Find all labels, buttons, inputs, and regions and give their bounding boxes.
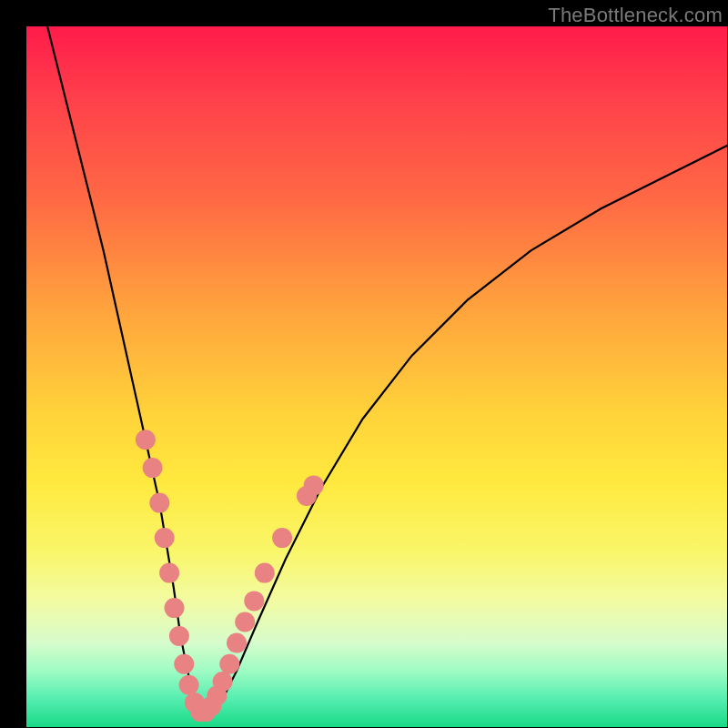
highlight-dot (174, 654, 194, 674)
highlight-dot (244, 591, 264, 611)
highlight-dot (169, 626, 189, 646)
highlight-dot (149, 493, 169, 513)
highlight-dot (219, 654, 239, 674)
plot-area (26, 26, 727, 727)
highlight-dot (235, 612, 255, 632)
highlight-dot (227, 633, 247, 653)
highlight-dot (143, 458, 163, 478)
highlight-dot-group (136, 430, 324, 722)
highlight-dot (304, 475, 324, 495)
chart-frame: TheBottleneck.com (0, 0, 728, 728)
highlight-dot (179, 675, 199, 695)
bottleneck-curve-svg (26, 26, 727, 727)
watermark-text: TheBottleneck.com (548, 4, 723, 27)
bottleneck-curve-path (47, 26, 727, 713)
highlight-dot (155, 528, 175, 548)
highlight-dot (272, 528, 292, 548)
highlight-dot (213, 672, 233, 692)
highlight-dot (136, 430, 156, 450)
highlight-dot (165, 598, 185, 618)
highlight-dot (255, 563, 275, 583)
highlight-dot (159, 563, 179, 583)
